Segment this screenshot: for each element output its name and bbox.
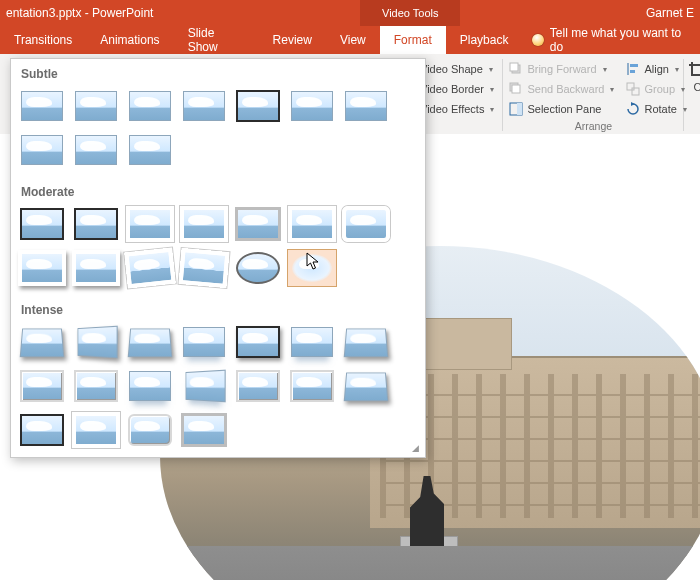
svg-marker-16 bbox=[631, 102, 635, 106]
style-thumb[interactable] bbox=[179, 205, 229, 243]
style-thumb[interactable] bbox=[71, 249, 121, 287]
style-thumb[interactable] bbox=[125, 367, 175, 405]
style-thumb[interactable] bbox=[179, 87, 229, 125]
svg-rect-15 bbox=[632, 88, 639, 95]
bring-forward-icon bbox=[509, 62, 523, 76]
group-icon bbox=[626, 82, 640, 96]
lightbulb-icon bbox=[532, 34, 543, 46]
style-thumb[interactable] bbox=[71, 87, 121, 125]
style-thumb[interactable] bbox=[71, 205, 121, 243]
style-thumb[interactable] bbox=[71, 367, 121, 405]
gallery-resize-handle[interactable]: ◢ bbox=[412, 443, 419, 453]
style-thumb[interactable] bbox=[233, 249, 283, 287]
style-thumb[interactable] bbox=[341, 87, 391, 125]
style-thumb[interactable] bbox=[287, 367, 337, 405]
send-backward-button[interactable]: Send Backward▾ bbox=[507, 79, 616, 99]
tab-animations[interactable]: Animations bbox=[86, 26, 173, 54]
align-button[interactable]: Align▾ bbox=[624, 59, 688, 79]
crop-icon bbox=[688, 61, 700, 79]
style-thumb[interactable] bbox=[287, 87, 337, 125]
style-thumb[interactable] bbox=[233, 205, 283, 243]
style-thumb[interactable] bbox=[287, 323, 337, 361]
contextual-tools-label: Video Tools bbox=[360, 0, 460, 26]
style-thumb[interactable] bbox=[341, 323, 391, 361]
style-thumb[interactable] bbox=[125, 323, 175, 361]
send-backward-icon bbox=[509, 82, 523, 96]
style-thumb[interactable] bbox=[179, 323, 229, 361]
tab-format[interactable]: Format bbox=[380, 26, 446, 54]
style-thumb[interactable] bbox=[71, 323, 121, 361]
svg-rect-6 bbox=[510, 63, 518, 71]
style-thumb[interactable] bbox=[17, 131, 67, 169]
tell-me-placeholder: Tell me what you want to do bbox=[550, 26, 690, 54]
style-thumb[interactable] bbox=[125, 249, 175, 287]
style-thumb[interactable] bbox=[287, 205, 337, 243]
document-title: entation3.pptx - PowerPoint bbox=[0, 6, 153, 20]
group-button[interactable]: Group▾ bbox=[624, 79, 688, 99]
svg-rect-13 bbox=[630, 70, 635, 73]
chevron-down-icon: ▾ bbox=[490, 85, 494, 94]
style-thumb[interactable] bbox=[125, 411, 175, 449]
style-thumb[interactable] bbox=[233, 87, 283, 125]
selection-pane-icon bbox=[509, 102, 523, 116]
tab-transitions[interactable]: Transitions bbox=[0, 26, 86, 54]
title-bar: entation3.pptx - PowerPoint Video Tools … bbox=[0, 0, 700, 26]
chevron-down-icon: ▾ bbox=[490, 105, 494, 114]
selection-pane-button[interactable]: Selection Pane bbox=[507, 99, 616, 119]
ribbon-tabs: Transitions Animations Slide Show Review… bbox=[0, 26, 700, 54]
style-thumb[interactable] bbox=[17, 323, 67, 361]
style-thumb[interactable] bbox=[179, 367, 229, 405]
account-name[interactable]: Garnet E bbox=[646, 0, 694, 26]
video-styles-gallery: Subtle Moderate Intense bbox=[10, 58, 426, 458]
svg-rect-14 bbox=[627, 83, 634, 90]
style-thumb[interactable] bbox=[125, 131, 175, 169]
style-thumb[interactable] bbox=[17, 249, 67, 287]
style-thumb[interactable] bbox=[71, 131, 121, 169]
svg-rect-12 bbox=[630, 64, 638, 67]
style-thumb[interactable] bbox=[71, 411, 121, 449]
svg-rect-8 bbox=[512, 85, 520, 93]
style-thumb[interactable] bbox=[179, 249, 229, 287]
gallery-section-intense: Intense bbox=[11, 295, 425, 323]
style-thumb[interactable] bbox=[17, 411, 67, 449]
chevron-down-icon: ▾ bbox=[489, 65, 493, 74]
style-thumb-selected[interactable] bbox=[287, 249, 337, 287]
tell-me-search[interactable]: Tell me what you want to do bbox=[522, 26, 700, 54]
rotate-icon bbox=[626, 102, 640, 116]
style-thumb[interactable] bbox=[125, 87, 175, 125]
style-thumb[interactable] bbox=[179, 411, 229, 449]
style-thumb[interactable] bbox=[125, 205, 175, 243]
tab-review[interactable]: Review bbox=[259, 26, 326, 54]
tab-playback[interactable]: Playback bbox=[446, 26, 523, 54]
style-thumb[interactable] bbox=[341, 367, 391, 405]
rotate-button[interactable]: Rotate▾ bbox=[624, 99, 688, 119]
style-thumb[interactable] bbox=[17, 367, 67, 405]
align-icon bbox=[626, 62, 640, 76]
style-thumb[interactable] bbox=[233, 323, 283, 361]
gallery-section-moderate: Moderate bbox=[11, 177, 425, 205]
arrange-group-label: Arrange bbox=[503, 120, 683, 132]
style-thumb[interactable] bbox=[17, 205, 67, 243]
gallery-section-subtle: Subtle bbox=[11, 59, 425, 87]
tab-view[interactable]: View bbox=[326, 26, 380, 54]
bring-forward-button[interactable]: Bring Forward▾ bbox=[507, 59, 616, 79]
crop-button[interactable]: C bbox=[688, 59, 700, 93]
style-thumb[interactable] bbox=[17, 87, 67, 125]
style-thumb[interactable] bbox=[341, 205, 391, 243]
style-thumb[interactable] bbox=[233, 367, 283, 405]
tab-slide-show[interactable]: Slide Show bbox=[174, 26, 259, 54]
svg-rect-10 bbox=[517, 103, 522, 115]
